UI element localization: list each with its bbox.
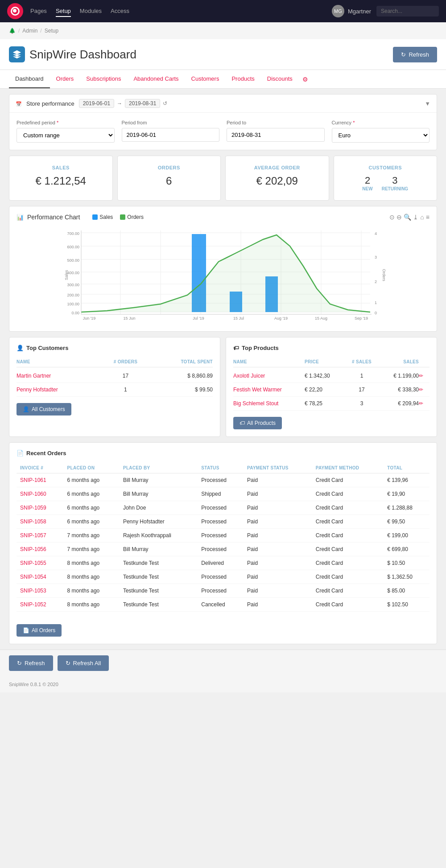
download-icon[interactable]: ⤓ bbox=[413, 214, 418, 221]
nav-setup[interactable]: Setup bbox=[56, 6, 71, 17]
table-row: SNIP-1056 7 months ago Bill Murray Proce… bbox=[17, 543, 429, 556]
period-to-input[interactable] bbox=[227, 128, 325, 142]
svg-text:Orders: Orders bbox=[382, 269, 386, 281]
page-title-area: SnipWire Dashboard bbox=[9, 46, 136, 62]
order-payment-method: Credit Card bbox=[312, 543, 384, 556]
predefined-period-select[interactable]: Custom range Last 7 days Last 30 days Th… bbox=[17, 128, 115, 143]
bottom-refresh-all-icon: ↻ bbox=[66, 660, 70, 666]
table-row: Penny Hofstadter 1 $ 99.50 bbox=[17, 383, 213, 397]
svg-text:15 Jun: 15 Jun bbox=[123, 316, 135, 321]
period-from-group: Period from bbox=[122, 120, 220, 143]
product-name[interactable]: Axolotl Juicer bbox=[233, 373, 305, 379]
order-total: $ 102.50 bbox=[384, 598, 429, 612]
order-payment-method: Credit Card bbox=[312, 473, 384, 487]
breadcrumb-admin[interactable]: Admin bbox=[22, 28, 37, 34]
svg-text:15 Jul: 15 Jul bbox=[233, 316, 244, 321]
order-total: € 19,90 bbox=[384, 487, 429, 501]
store-perf-label: Store performance bbox=[26, 100, 74, 107]
svg-text:Jul '19: Jul '19 bbox=[193, 316, 204, 321]
product-edit-icon[interactable] bbox=[419, 400, 429, 407]
bottom-refresh-button[interactable]: ↻ Refresh bbox=[9, 655, 53, 671]
order-status: Delivered bbox=[198, 556, 244, 570]
orders-col-header: PAYMENT STATUS bbox=[244, 463, 312, 473]
order-total: € 699,80 bbox=[384, 543, 429, 556]
nav-modules[interactable]: Modules bbox=[80, 6, 102, 17]
zoom-in-icon[interactable]: 🔍 bbox=[404, 214, 411, 221]
order-invoice[interactable]: SNIP-1052 bbox=[17, 598, 64, 612]
avatar: MG bbox=[332, 5, 344, 17]
order-invoice[interactable]: SNIP-1059 bbox=[17, 501, 64, 515]
orders-icon: 📄 bbox=[17, 450, 24, 457]
order-invoice[interactable]: SNIP-1060 bbox=[17, 487, 64, 501]
tab-discounts[interactable]: Discounts bbox=[261, 70, 299, 88]
order-invoice[interactable]: SNIP-1056 bbox=[17, 543, 64, 556]
svg-text:Sep '19: Sep '19 bbox=[355, 316, 368, 321]
all-orders-button[interactable]: 📄 All Orders bbox=[17, 624, 62, 637]
tab-dashboard[interactable]: Dashboard bbox=[9, 70, 50, 88]
tab-orders[interactable]: Orders bbox=[50, 70, 80, 88]
all-products-button[interactable]: 🏷 All Products bbox=[233, 417, 282, 429]
nav-access[interactable]: Access bbox=[111, 6, 129, 17]
product-edit-icon[interactable] bbox=[419, 387, 429, 393]
orders-col-header: TOTAL bbox=[384, 463, 429, 473]
refresh-button[interactable]: Refresh bbox=[393, 47, 437, 62]
nav-pages[interactable]: Pages bbox=[30, 6, 47, 17]
home-icon[interactable]: ⌂ bbox=[420, 214, 424, 221]
zoom-out-icon[interactable]: ⊖ bbox=[396, 214, 402, 221]
gear-icon[interactable] bbox=[299, 70, 312, 88]
customers-new-label: NEW bbox=[362, 186, 372, 191]
sales-value: € 1.212,54 bbox=[17, 175, 105, 187]
table-row: Big Schlemel Stout € 78,25 3 € 209,94 bbox=[233, 397, 429, 411]
th-product-action bbox=[419, 359, 429, 364]
order-invoice[interactable]: SNIP-1053 bbox=[17, 584, 64, 598]
period-from-input[interactable] bbox=[122, 128, 220, 142]
orders-table-body: SNIP-1061 6 months ago Bill Murray Proce… bbox=[17, 473, 429, 612]
zoom-reset-icon[interactable]: ⊙ bbox=[389, 214, 395, 221]
order-payment-status: Paid bbox=[244, 570, 312, 584]
order-invoice[interactable]: SNIP-1055 bbox=[17, 556, 64, 570]
top-products-title: 🏷 Top Products bbox=[233, 345, 429, 351]
product-edit-icon[interactable] bbox=[419, 373, 429, 379]
store-performance-header[interactable]: Store performance 2019-06-01 → 2019-08-3… bbox=[9, 95, 437, 113]
customer-total: $ 99.50 bbox=[147, 387, 213, 393]
order-invoice[interactable]: SNIP-1054 bbox=[17, 570, 64, 584]
reset-icon[interactable]: ↺ bbox=[163, 100, 167, 107]
order-placed-on: 7 months ago bbox=[64, 543, 120, 556]
order-status: Processed bbox=[198, 570, 244, 584]
page-title: SnipWire Dashboard bbox=[29, 48, 136, 62]
currency-select[interactable]: Euro USD GBP bbox=[332, 128, 430, 143]
customer-name[interactable]: Martin Gartner bbox=[17, 373, 104, 379]
svg-text:3: 3 bbox=[375, 255, 377, 259]
top-customers-panel: 👤 Top Customers NAME # ORDERS TOTAL SPEN… bbox=[9, 337, 220, 437]
orders-card: ORDERS 6 bbox=[117, 156, 221, 201]
product-name[interactable]: Big Schlemel Stout bbox=[233, 400, 305, 407]
date-from-badge: 2019-06-01 bbox=[79, 99, 114, 108]
order-status: Processed bbox=[198, 473, 244, 487]
customer-name[interactable]: Penny Hofstadter bbox=[17, 387, 104, 393]
table-row: SNIP-1053 8 months ago Testkunde Test Pr… bbox=[17, 584, 429, 598]
search-input[interactable] bbox=[376, 6, 439, 16]
svg-text:0: 0 bbox=[375, 311, 377, 315]
order-invoice[interactable]: SNIP-1061 bbox=[17, 473, 64, 487]
tab-subscriptions[interactable]: Subscriptions bbox=[80, 70, 127, 88]
bottom-refresh-all-button[interactable]: ↻ Refresh All bbox=[58, 655, 109, 671]
order-payment-status: Paid bbox=[244, 501, 312, 515]
order-payment-status: Paid bbox=[244, 473, 312, 487]
order-invoice[interactable]: SNIP-1058 bbox=[17, 515, 64, 529]
date-range: 2019-06-01 → 2019-08-31 ↺ bbox=[79, 99, 168, 108]
chart-tools[interactable]: ⊙ ⊖ 🔍 ⤓ ⌂ ≡ bbox=[389, 214, 429, 221]
order-placed-on: 8 months ago bbox=[64, 598, 120, 612]
all-customers-button[interactable]: 👤 All Customers bbox=[17, 403, 71, 415]
customer-total: $ 8,860.89 bbox=[147, 373, 213, 379]
tab-products[interactable]: Products bbox=[225, 70, 260, 88]
product-name[interactable]: Festish Wet Warmer bbox=[233, 387, 305, 393]
logo[interactable] bbox=[7, 3, 23, 19]
order-invoice[interactable]: SNIP-1057 bbox=[17, 529, 64, 543]
legend-orders-label: Orders bbox=[127, 214, 144, 220]
date-to-badge: 2019-08-31 bbox=[125, 99, 160, 108]
tab-customers[interactable]: Customers bbox=[185, 70, 226, 88]
tab-abandoned-carts[interactable]: Abandoned Carts bbox=[127, 70, 185, 88]
customers-new: 2 NEW bbox=[362, 175, 372, 191]
menu-icon[interactable]: ≡ bbox=[426, 214, 429, 221]
orders-col-header: STATUS bbox=[198, 463, 244, 473]
